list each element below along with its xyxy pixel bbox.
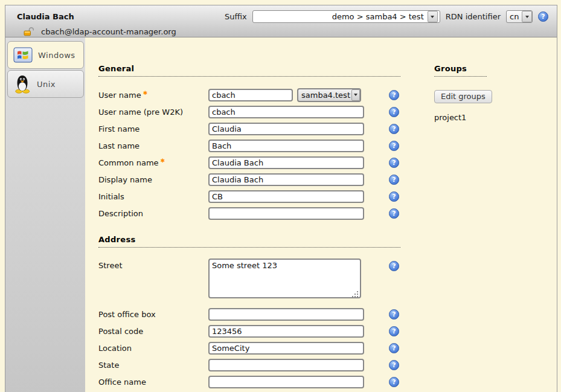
rdn-identifier-select[interactable]: cn [506,10,533,23]
help-icon[interactable]: ? [389,191,399,202]
form-row-first-name: First name ? [98,120,400,137]
form-row-common-name: Common name✱ ? [98,154,400,171]
form-row-state: State ? [98,356,400,373]
form-row-postal-code: Postal code ? [98,323,400,339]
help-icon[interactable]: ? [389,309,399,320]
form-row-description: Description ? [98,205,400,222]
module-tab-bar: Windows Unix [5,37,85,392]
form-row-street: Street Some street 123 ? [98,257,400,306]
field-label: First name [98,124,208,133]
account-dn: cbach@ldap-account-manager.org [41,27,176,36]
help-icon[interactable]: ? [389,261,399,271]
office-name-input[interactable] [208,376,364,388]
display-name-input[interactable] [208,173,364,186]
tab-windows[interactable]: Windows [7,41,84,69]
field-label: Postal code [98,327,208,336]
field-label: Display name [98,175,208,184]
field-label: Street [98,259,208,270]
required-marker: ✱ [143,90,148,96]
post-office-box-input[interactable] [208,308,364,321]
field-label: Common name✱ [98,158,208,167]
section-title-general: General [98,64,400,77]
first-name-input[interactable] [208,123,364,135]
field-label: Office name [98,378,208,387]
help-icon[interactable]: ? [389,175,399,185]
resize-handle-icon[interactable] [357,296,358,297]
form-row-user-name: User name✱ samba4.test ? [98,86,400,103]
dropdown-arrow-icon[interactable] [351,89,360,101]
suffix-select[interactable]: demo > samba4 > test [252,10,440,23]
help-icon[interactable]: ? [389,90,399,100]
section-title-address: Address [98,235,400,248]
tux-penguin-icon [13,74,31,94]
help-icon[interactable]: ? [389,141,399,151]
rdn-identifier-label: RDN identifier [446,12,501,21]
field-label: Last name [98,141,208,150]
form-row-office-name: Office name ? [98,373,400,390]
help-icon[interactable]: ? [389,360,399,370]
edit-groups-button[interactable]: Edit groups [434,90,492,103]
page-title: Claudia Bach [17,12,74,21]
help-icon[interactable]: ? [389,107,399,117]
field-label: Description [98,209,208,218]
tab-unix-label: Unix [37,80,56,89]
field-label: Initials [98,192,208,201]
user-name-domain-select[interactable]: samba4.test [297,88,361,102]
common-name-input[interactable] [208,156,364,169]
domain-value: samba4.test [301,91,350,100]
field-label: State [98,361,208,370]
field-label: Location [98,344,208,353]
user-name-pre-w2k-input[interactable] [208,106,364,118]
title-bar: Claudia Bach Suffix demo > samba4 > test… [5,5,557,37]
street-textarea[interactable]: Some street 123 [208,259,361,298]
account-editor-window: Claudia Bach Suffix demo > samba4 > test… [5,5,557,392]
groups-panel: Groups Edit groups project1 [434,64,513,390]
help-icon[interactable]: ? [389,377,399,387]
user-name-input[interactable] [208,89,293,101]
state-input[interactable] [208,359,364,371]
tab-windows-label: Windows [38,51,75,60]
dropdown-arrow-icon[interactable] [522,11,532,22]
help-icon[interactable]: ? [389,343,399,353]
tab-unix[interactable]: Unix [7,70,84,98]
description-input[interactable] [208,207,364,220]
help-icon[interactable]: ? [389,326,399,336]
initials-input[interactable] [208,190,364,203]
form-row-display-name: Display name ? [98,171,400,188]
suffix-value: demo > samba4 > test [332,12,424,21]
field-label: User name✱ [98,90,208,100]
group-member: project1 [434,113,513,122]
help-icon[interactable]: ? [389,208,399,219]
required-marker: ✱ [161,158,165,164]
rdn-identifier-value: cn [510,12,521,21]
form-row-user-name-pre-w2k: User name (pre W2K) ? [98,103,400,120]
windows-logo-icon [13,47,33,63]
suffix-label: Suffix [225,12,247,21]
location-input[interactable] [208,342,364,355]
help-icon[interactable]: ? [389,124,399,134]
dropdown-arrow-icon[interactable] [428,11,438,22]
help-icon[interactable]: ? [538,11,548,22]
form-row-location: Location ? [98,339,400,356]
help-icon[interactable]: ? [389,158,399,168]
tab-content-windows: General User name✱ samba4.test ? [85,37,557,392]
form-row-last-name: Last name ? [98,137,400,154]
form-row-initials: Initials ? [98,188,400,205]
section-title-groups: Groups [434,64,487,77]
last-name-input[interactable] [208,140,364,152]
open-padlock-icon [23,27,34,36]
field-label: User name (pre W2K) [98,108,208,117]
form-row-post-office-box: Post office box ? [98,306,400,323]
postal-code-input[interactable] [208,325,364,338]
field-label: Post office box [98,310,208,319]
